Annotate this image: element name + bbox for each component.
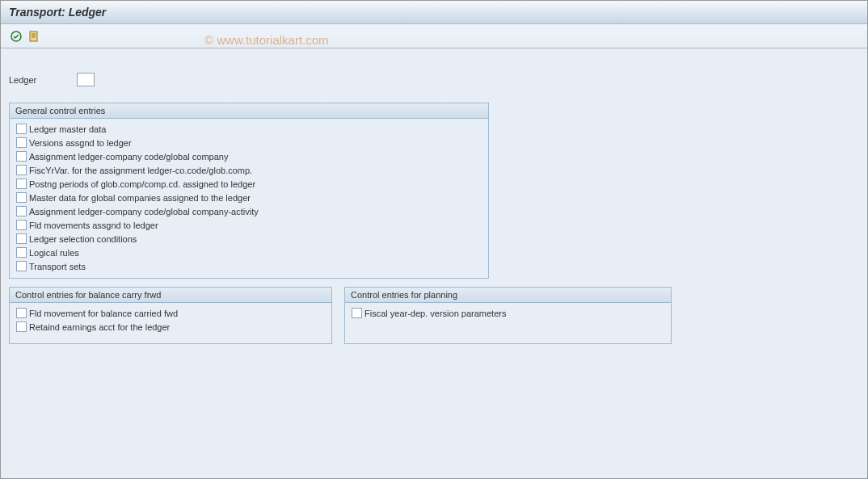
balance-carry-group: Control entries for balance carry frwd F… bbox=[9, 287, 332, 344]
fiscal-year-version-checkbox[interactable] bbox=[352, 308, 362, 318]
general-control-header: General control entries bbox=[10, 103, 488, 119]
planning-header: Control entries for planning bbox=[345, 288, 671, 303]
checkbox-label[interactable]: FiscYrVar. for the assignment ledger-co.… bbox=[29, 166, 252, 175]
transport-sets-checkbox[interactable] bbox=[16, 261, 27, 271]
checkbox-row: Postng periods of glob.comp/comp.cd. ass… bbox=[16, 179, 482, 189]
checkbox-row: Ledger selection conditions bbox=[16, 233, 482, 244]
checkbox-label[interactable]: Retaind earnings acct for the ledger bbox=[29, 322, 170, 332]
checkbox-label[interactable]: Assignment ledger-company code/global co… bbox=[29, 207, 259, 216]
window-title-bar: Transport: Ledger bbox=[1, 1, 867, 24]
checkbox-label[interactable]: Logical rules bbox=[29, 248, 79, 258]
checkbox-row: Assignment ledger-company code/global co… bbox=[16, 206, 482, 216]
bottom-group-row: Control entries for balance carry frwd F… bbox=[9, 287, 859, 352]
general-control-group: General control entries Ledger master da… bbox=[9, 103, 489, 279]
checkbox-row: Fld movement for balance carried fwd bbox=[16, 308, 325, 318]
ledger-master-data-checkbox[interactable] bbox=[16, 124, 27, 134]
retained-earnings-checkbox[interactable] bbox=[16, 321, 27, 332]
checkbox-row: Versions assgnd to ledger bbox=[16, 137, 482, 148]
checkbox-label[interactable]: Fld movements assgnd to ledger bbox=[29, 221, 158, 230]
general-control-body: Ledger master data Versions assgnd to le… bbox=[10, 119, 488, 278]
checkbox-row: Ledger master data bbox=[16, 124, 482, 134]
checkbox-row: Transport sets bbox=[16, 261, 482, 271]
toolbar bbox=[1, 24, 867, 48]
ledger-input[interactable] bbox=[77, 73, 95, 86]
checkbox-row: Retaind earnings acct for the ledger bbox=[16, 321, 325, 332]
variant-icon[interactable] bbox=[27, 29, 41, 44]
assignment-ledger-activity-checkbox[interactable] bbox=[16, 206, 27, 216]
logical-rules-checkbox[interactable] bbox=[16, 247, 27, 258]
balance-carry-header: Control entries for balance carry frwd bbox=[10, 288, 331, 303]
checkbox-label[interactable]: Transport sets bbox=[29, 262, 86, 271]
master-data-global-checkbox[interactable] bbox=[16, 192, 27, 203]
ledger-label: Ledger bbox=[9, 75, 36, 85]
checkbox-row: Fiscal year-dep. version parameters bbox=[352, 308, 664, 318]
fld-movement-balance-checkbox[interactable] bbox=[16, 308, 27, 318]
planning-body: Fiscal year-dep. version parameters bbox=[345, 303, 671, 343]
posting-periods-checkbox[interactable] bbox=[16, 179, 27, 189]
checkbox-label[interactable]: Fiscal year-dep. version parameters bbox=[364, 309, 506, 318]
versions-assigned-checkbox[interactable] bbox=[16, 137, 27, 148]
checkbox-label[interactable]: Postng periods of glob.comp/comp.cd. ass… bbox=[29, 179, 255, 189]
ledger-field-row: Ledger bbox=[9, 73, 859, 86]
checkbox-row: Logical rules bbox=[16, 247, 482, 258]
checkbox-label[interactable]: Versions assgnd to ledger bbox=[29, 138, 132, 148]
checkbox-label[interactable]: Master data for global companies assigne… bbox=[29, 193, 251, 203]
balance-carry-body: Fld movement for balance carried fwd Ret… bbox=[10, 303, 331, 338]
checkbox-row: Fld movements assgnd to ledger bbox=[16, 220, 482, 230]
ledger-selection-checkbox[interactable] bbox=[16, 233, 27, 244]
checkbox-row: Assignment ledger-company code/global co… bbox=[16, 151, 482, 162]
assignment-ledger-company-checkbox[interactable] bbox=[16, 151, 27, 162]
svg-rect-1 bbox=[30, 32, 37, 41]
checkbox-label[interactable]: Assignment ledger-company code/global co… bbox=[29, 152, 228, 162]
checkbox-label[interactable]: Fld movement for balance carried fwd bbox=[29, 309, 178, 318]
window-title: Transport: Ledger bbox=[9, 6, 106, 19]
checkbox-label[interactable]: Ledger master data bbox=[29, 124, 106, 134]
execute-icon[interactable] bbox=[9, 29, 23, 44]
planning-group: Control entries for planning Fiscal year… bbox=[344, 287, 672, 344]
content-area: Ledger General control entries Ledger ma… bbox=[1, 48, 867, 360]
checkbox-row: Master data for global companies assigne… bbox=[16, 192, 482, 203]
fiscyrvar-checkbox[interactable] bbox=[16, 165, 27, 175]
checkbox-label[interactable]: Ledger selection conditions bbox=[29, 234, 137, 244]
checkbox-row: FiscYrVar. for the assignment ledger-co.… bbox=[16, 165, 482, 175]
fld-movements-checkbox[interactable] bbox=[16, 220, 27, 230]
